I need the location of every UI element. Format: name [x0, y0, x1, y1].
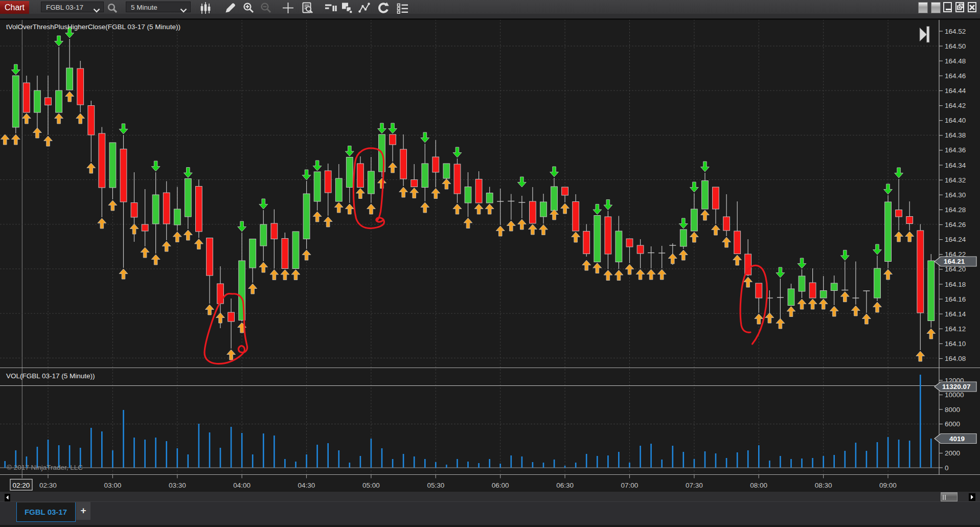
- svg-text:164.08: 164.08: [945, 355, 966, 362]
- svg-text:164.30: 164.30: [945, 191, 966, 199]
- svg-text:03:30: 03:30: [169, 482, 186, 489]
- svg-text:164.44: 164.44: [945, 87, 966, 95]
- svg-text:10000: 10000: [945, 391, 964, 399]
- svg-text:03:00: 03:00: [104, 482, 122, 489]
- svg-text:164.10: 164.10: [945, 340, 966, 348]
- svg-text:tVolOverThreshPlusHigherClose(: tVolOverThreshPlusHigherClose(FGBL 03-17…: [6, 23, 180, 31]
- svg-text:164.12: 164.12: [945, 325, 966, 333]
- svg-text:0: 0: [945, 464, 949, 472]
- svg-text:6000: 6000: [945, 420, 960, 428]
- svg-text:05:00: 05:00: [362, 482, 380, 489]
- svg-text:06:00: 06:00: [492, 482, 509, 489]
- svg-text:07:30: 07:30: [686, 482, 703, 489]
- svg-text:164.38: 164.38: [945, 131, 966, 139]
- svg-text:164.26: 164.26: [945, 221, 966, 228]
- svg-text:164.16: 164.16: [945, 295, 966, 303]
- svg-text:164.34: 164.34: [945, 162, 966, 169]
- svg-text:164.42: 164.42: [945, 102, 966, 109]
- svg-text:164.18: 164.18: [945, 281, 966, 288]
- svg-text:4019: 4019: [949, 435, 965, 443]
- svg-text:164.24: 164.24: [945, 236, 966, 243]
- svg-text:07:00: 07:00: [621, 482, 639, 489]
- svg-text:08:00: 08:00: [750, 482, 767, 489]
- svg-text:164.40: 164.40: [945, 117, 966, 124]
- svg-text:164.14: 164.14: [945, 310, 966, 318]
- svg-text:164.32: 164.32: [945, 176, 966, 184]
- svg-text:VOL(FGBL 03-17 (5 Minute)): VOL(FGBL 03-17 (5 Minute)): [6, 372, 95, 380]
- svg-text:© 2017 NinjaTrader, LLC: © 2017 NinjaTrader, LLC: [7, 464, 83, 471]
- svg-text:164.48: 164.48: [945, 57, 966, 65]
- svg-text:164.28: 164.28: [945, 206, 966, 214]
- svg-text:2000: 2000: [945, 449, 960, 457]
- svg-text:05:30: 05:30: [427, 482, 444, 489]
- svg-text:06:30: 06:30: [556, 482, 574, 489]
- svg-text:08:30: 08:30: [815, 482, 832, 489]
- svg-text:04:30: 04:30: [298, 482, 315, 489]
- svg-text:164.50: 164.50: [945, 42, 966, 50]
- svg-text:8000: 8000: [945, 406, 960, 414]
- svg-text:09:00: 09:00: [879, 482, 897, 489]
- svg-text:164.21: 164.21: [944, 258, 965, 265]
- svg-text:02:30: 02:30: [39, 482, 57, 489]
- svg-text:11320.07: 11320.07: [942, 383, 971, 391]
- svg-text:164.36: 164.36: [945, 146, 966, 154]
- svg-text:164.46: 164.46: [945, 72, 966, 80]
- svg-text:02:20: 02:20: [13, 482, 30, 489]
- svg-text:164.52: 164.52: [945, 28, 966, 35]
- svg-text:04:00: 04:00: [233, 482, 250, 489]
